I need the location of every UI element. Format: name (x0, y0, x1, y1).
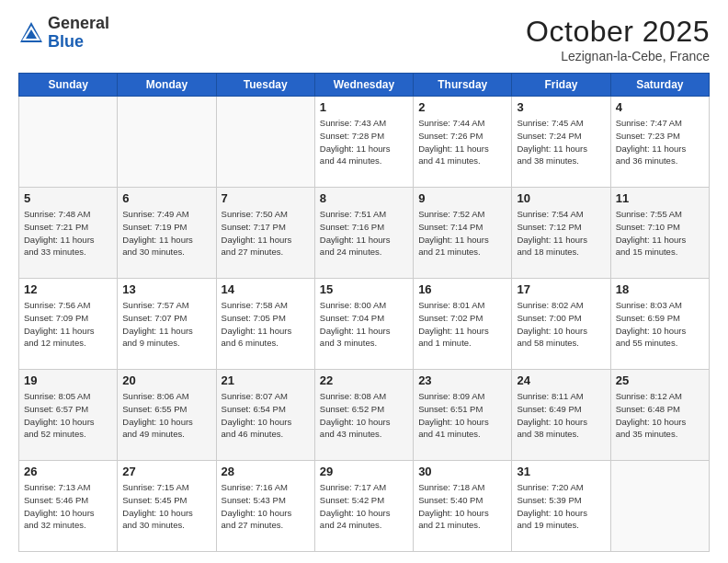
day-info: Sunrise: 7:15 AM Sunset: 5:45 PM Dayligh… (122, 481, 210, 532)
calendar-cell: 21Sunrise: 8:07 AM Sunset: 6:54 PM Dayli… (216, 370, 314, 461)
day-number: 2 (418, 100, 506, 114)
calendar-cell: 24Sunrise: 8:11 AM Sunset: 6:49 PM Dayli… (512, 370, 610, 461)
day-number: 25 (616, 373, 704, 387)
calendar-table: SundayMondayTuesdayWednesdayThursdayFrid… (18, 73, 710, 552)
day-info: Sunrise: 8:07 AM Sunset: 6:54 PM Dayligh… (222, 390, 310, 441)
day-number: 6 (122, 191, 210, 205)
day-number: 30 (418, 465, 506, 478)
day-info: Sunrise: 7:54 AM Sunset: 7:12 PM Dayligh… (517, 208, 605, 259)
day-info: Sunrise: 8:05 AM Sunset: 6:57 PM Dayligh… (24, 390, 112, 441)
day-number: 9 (418, 191, 506, 205)
day-number: 8 (320, 191, 408, 205)
calendar-cell: 18Sunrise: 8:03 AM Sunset: 6:59 PM Dayli… (610, 279, 709, 370)
calendar-cell: 3Sunrise: 7:45 AM Sunset: 7:24 PM Daylig… (512, 97, 610, 188)
day-number: 20 (122, 373, 210, 387)
day-info: Sunrise: 8:03 AM Sunset: 6:59 PM Dayligh… (616, 299, 704, 350)
logo-general: General (48, 15, 109, 33)
day-info: Sunrise: 7:55 AM Sunset: 7:10 PM Dayligh… (616, 208, 704, 259)
calendar-cell (216, 97, 314, 188)
calendar-header-monday: Monday (118, 74, 216, 97)
calendar-cell: 29Sunrise: 7:17 AM Sunset: 5:42 PM Dayli… (314, 461, 413, 552)
day-info: Sunrise: 8:02 AM Sunset: 7:00 PM Dayligh… (517, 299, 605, 350)
calendar-header-sunday: Sunday (19, 74, 118, 97)
logo-blue: Blue (48, 33, 109, 52)
day-info: Sunrise: 8:08 AM Sunset: 6:52 PM Dayligh… (320, 390, 408, 441)
day-info: Sunrise: 7:16 AM Sunset: 5:43 PM Dayligh… (222, 481, 310, 532)
calendar-cell: 26Sunrise: 7:13 AM Sunset: 5:46 PM Dayli… (19, 461, 118, 552)
calendar-cell: 2Sunrise: 7:44 AM Sunset: 7:26 PM Daylig… (414, 97, 512, 188)
month-title: October 2025 (526, 15, 710, 49)
day-info: Sunrise: 7:45 AM Sunset: 7:24 PM Dayligh… (517, 117, 605, 167)
day-number: 3 (517, 100, 605, 114)
day-info: Sunrise: 7:44 AM Sunset: 7:26 PM Dayligh… (418, 117, 506, 167)
day-info: Sunrise: 8:09 AM Sunset: 6:51 PM Dayligh… (418, 390, 506, 441)
logo-icon (18, 20, 44, 46)
calendar-week-row: 19Sunrise: 8:05 AM Sunset: 6:57 PM Dayli… (19, 370, 710, 461)
day-number: 22 (320, 373, 408, 387)
day-number: 18 (616, 282, 704, 296)
calendar-cell: 1Sunrise: 7:43 AM Sunset: 7:28 PM Daylig… (314, 97, 413, 188)
calendar-cell: 13Sunrise: 7:57 AM Sunset: 7:07 PM Dayli… (118, 279, 216, 370)
day-info: Sunrise: 7:51 AM Sunset: 7:16 PM Dayligh… (320, 208, 408, 259)
calendar-cell: 11Sunrise: 7:55 AM Sunset: 7:10 PM Dayli… (610, 188, 709, 279)
day-info: Sunrise: 8:11 AM Sunset: 6:49 PM Dayligh… (517, 390, 605, 441)
calendar-cell (118, 97, 216, 188)
day-info: Sunrise: 7:56 AM Sunset: 7:09 PM Dayligh… (24, 299, 112, 350)
calendar-week-row: 12Sunrise: 7:56 AM Sunset: 7:09 PM Dayli… (19, 279, 710, 370)
logo-text: General Blue (48, 15, 109, 52)
day-info: Sunrise: 7:47 AM Sunset: 7:23 PM Dayligh… (616, 117, 704, 167)
day-info: Sunrise: 8:12 AM Sunset: 6:48 PM Dayligh… (616, 390, 704, 441)
day-number: 14 (222, 282, 310, 296)
calendar-cell: 27Sunrise: 7:15 AM Sunset: 5:45 PM Dayli… (118, 461, 216, 552)
calendar-header-saturday: Saturday (610, 74, 709, 97)
day-info: Sunrise: 8:00 AM Sunset: 7:04 PM Dayligh… (320, 299, 408, 350)
calendar-cell: 25Sunrise: 8:12 AM Sunset: 6:48 PM Dayli… (610, 370, 709, 461)
day-info: Sunrise: 7:48 AM Sunset: 7:21 PM Dayligh… (24, 208, 112, 259)
calendar-cell: 22Sunrise: 8:08 AM Sunset: 6:52 PM Dayli… (314, 370, 413, 461)
calendar-cell: 6Sunrise: 7:49 AM Sunset: 7:19 PM Daylig… (118, 188, 216, 279)
day-number: 4 (616, 100, 704, 114)
day-number: 15 (320, 282, 408, 296)
day-info: Sunrise: 7:43 AM Sunset: 7:28 PM Dayligh… (320, 117, 408, 167)
day-number: 31 (517, 465, 605, 478)
calendar-week-row: 5Sunrise: 7:48 AM Sunset: 7:21 PM Daylig… (19, 188, 710, 279)
calendar-cell: 5Sunrise: 7:48 AM Sunset: 7:21 PM Daylig… (19, 188, 118, 279)
day-number: 13 (122, 282, 210, 296)
calendar-cell: 31Sunrise: 7:20 AM Sunset: 5:39 PM Dayli… (512, 461, 610, 552)
calendar-header-tuesday: Tuesday (216, 74, 314, 97)
day-number: 17 (517, 282, 605, 296)
day-number: 21 (222, 373, 310, 387)
day-number: 26 (24, 465, 112, 478)
calendar-cell: 17Sunrise: 8:02 AM Sunset: 7:00 PM Dayli… (512, 279, 610, 370)
calendar-cell: 23Sunrise: 8:09 AM Sunset: 6:51 PM Dayli… (414, 370, 512, 461)
day-number: 19 (24, 373, 112, 387)
day-info: Sunrise: 7:57 AM Sunset: 7:07 PM Dayligh… (122, 299, 210, 350)
calendar-cell: 19Sunrise: 8:05 AM Sunset: 6:57 PM Dayli… (19, 370, 118, 461)
calendar-cell: 30Sunrise: 7:18 AM Sunset: 5:40 PM Dayli… (414, 461, 512, 552)
calendar-cell: 28Sunrise: 7:16 AM Sunset: 5:43 PM Dayli… (216, 461, 314, 552)
calendar-week-row: 1Sunrise: 7:43 AM Sunset: 7:28 PM Daylig… (19, 97, 710, 188)
calendar-cell: 14Sunrise: 7:58 AM Sunset: 7:05 PM Dayli… (216, 279, 314, 370)
calendar-week-row: 26Sunrise: 7:13 AM Sunset: 5:46 PM Dayli… (19, 461, 710, 552)
calendar-cell (19, 97, 118, 188)
location: Lezignan-la-Cebe, France (526, 49, 710, 63)
day-number: 23 (418, 373, 506, 387)
logo: General Blue (18, 15, 109, 52)
day-info: Sunrise: 7:50 AM Sunset: 7:17 PM Dayligh… (222, 208, 310, 259)
day-number: 10 (517, 191, 605, 205)
day-number: 29 (320, 465, 408, 478)
calendar-cell: 20Sunrise: 8:06 AM Sunset: 6:55 PM Dayli… (118, 370, 216, 461)
calendar-cell: 16Sunrise: 8:01 AM Sunset: 7:02 PM Dayli… (414, 279, 512, 370)
day-number: 27 (122, 465, 210, 478)
calendar-header-thursday: Thursday (414, 74, 512, 97)
calendar-cell: 7Sunrise: 7:50 AM Sunset: 7:17 PM Daylig… (216, 188, 314, 279)
day-info: Sunrise: 7:20 AM Sunset: 5:39 PM Dayligh… (517, 481, 605, 532)
calendar-cell: 10Sunrise: 7:54 AM Sunset: 7:12 PM Dayli… (512, 188, 610, 279)
day-number: 1 (320, 100, 408, 114)
day-info: Sunrise: 8:01 AM Sunset: 7:02 PM Dayligh… (418, 299, 506, 350)
calendar-cell (610, 461, 709, 552)
day-number: 7 (222, 191, 310, 205)
calendar-header-row: SundayMondayTuesdayWednesdayThursdayFrid… (19, 74, 710, 97)
calendar-header-wednesday: Wednesday (314, 74, 413, 97)
page: General Blue October 2025 Lezignan-la-Ce… (0, 0, 728, 563)
